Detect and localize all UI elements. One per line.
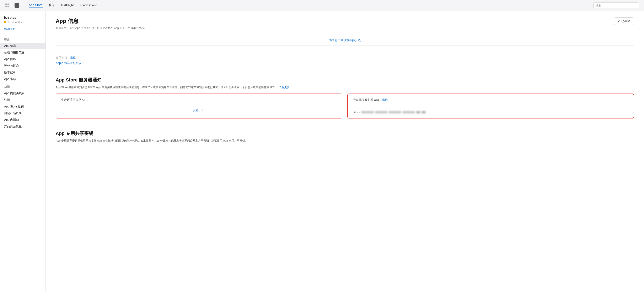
sandbox-url-header: 沙盒环境服务器 URL 编辑 bbox=[353, 98, 629, 102]
blur-block-2 bbox=[375, 111, 388, 114]
svg-rect-3 bbox=[8, 6, 9, 7]
blur-block-sm-2 bbox=[422, 111, 426, 114]
user-dropdown-arrow: ▼ bbox=[20, 4, 22, 7]
production-url-box: 生产环境服务器 URL 设置 URL bbox=[56, 94, 342, 119]
svg-rect-1 bbox=[8, 4, 9, 5]
sidebar-app-title: iOS App bbox=[0, 16, 46, 20]
license-section: 许可协议 编辑 Apple 标准许可协议 bbox=[56, 56, 634, 65]
layout: iOS App 1.0 准备提交 添加平台 综合 App 信息 价格与销售范围 … bbox=[0, 11, 644, 291]
shared-secret-title: App 专用共享密钥 bbox=[56, 130, 634, 137]
logo-area bbox=[5, 3, 10, 8]
set-url-link[interactable]: 设置 URL bbox=[61, 107, 337, 114]
nav-testflight[interactable]: TestFlight bbox=[60, 3, 74, 7]
nav-xcode-cloud[interactable]: Xcode Cloud bbox=[80, 3, 98, 7]
sidebar-item-iap[interactable]: App 内购买项目 bbox=[0, 90, 46, 97]
user-area[interactable]: ▼ bbox=[14, 3, 22, 8]
shared-secret-desc: App 专用共享密钥是仅用于接收此 App 自动续期订阅收据的唯一代码。如果你要… bbox=[56, 139, 634, 143]
server-notifications-title: App Store 服务器通知 bbox=[56, 77, 634, 83]
production-url-label: 生产环境服务器 URL bbox=[61, 98, 88, 102]
main-content: App 信息 ✓ 已存储 此信息用于这个 App 的所有平台。任何更改将在 Ap… bbox=[46, 11, 644, 291]
sidebar-item-version-history[interactable]: 版本记录 bbox=[0, 69, 46, 76]
svg-rect-0 bbox=[6, 4, 7, 5]
page-header: App 信息 ✓ 已存储 bbox=[56, 18, 634, 25]
top-nav: ▼ App Store 服务 TestFlight Xcode Cloud bbox=[0, 0, 644, 11]
shared-secret-section: App 专用共享密钥 App 专用共享密钥是仅用于接收此 App 自动续期订阅收… bbox=[56, 130, 634, 143]
license-value-link[interactable]: Apple 标准许可协议 bbox=[56, 61, 82, 65]
nav-links: App Store 服务 TestFlight Xcode Cloud bbox=[29, 3, 588, 8]
blur-block-1 bbox=[361, 111, 374, 114]
sidebar-item-in-app-events[interactable]: App 内活动 bbox=[0, 117, 46, 123]
sandbox-url-box: 沙盒环境服务器 URL 编辑 https:/ bbox=[347, 94, 634, 119]
sidebar-item-pricing[interactable]: 价格与销售范围 bbox=[0, 49, 46, 56]
sandbox-url-label: 沙盒环境服务器 URL bbox=[353, 98, 380, 102]
sidebar-section-综合: 综合 bbox=[0, 35, 46, 43]
sidebar-item-privacy[interactable]: App 隐私 bbox=[0, 56, 46, 63]
sandbox-url-edit-link[interactable]: 编辑 bbox=[382, 98, 388, 102]
nav-app-store[interactable]: App Store bbox=[29, 3, 42, 8]
sidebar-item-app-store-promotions[interactable]: App Store 促销 bbox=[0, 103, 46, 110]
sidebar-item-app-info[interactable]: App 信息 bbox=[0, 43, 46, 49]
server-notifications-desc: App Store 服务器通知会提供有关 App 内购买项目相关重要活动的信息。… bbox=[56, 85, 634, 89]
nav-services[interactable]: 服务 bbox=[48, 3, 55, 8]
sandbox-url-value: https:/ bbox=[353, 111, 629, 114]
sidebar-item-subscriptions[interactable]: 订阅 bbox=[0, 97, 46, 103]
license-row: 许可协议 编辑 bbox=[56, 56, 634, 60]
page-title: App 信息 bbox=[56, 18, 78, 25]
svg-rect-2 bbox=[6, 6, 7, 7]
blur-block-4 bbox=[402, 111, 415, 114]
license-label: 许可协议 bbox=[56, 56, 67, 60]
sidebar-add-platform[interactable]: 添加平台 bbox=[0, 27, 46, 35]
page-subtitle: 此信息用于这个 App 的所有平台。任何更改将在 App 的下一个版本中发布。 bbox=[56, 26, 634, 30]
nav-search-area bbox=[593, 3, 639, 8]
age-rating-link[interactable]: 为所有平台设置年龄分级 bbox=[329, 39, 361, 42]
saved-button[interactable]: ✓ 已存储 bbox=[614, 18, 634, 25]
search-input[interactable] bbox=[593, 3, 639, 8]
sidebar-item-ratings[interactable]: 评分与评论 bbox=[0, 63, 46, 69]
sidebar-app-version: 1.0 准备提交 bbox=[0, 20, 46, 27]
url-boxes: 生产环境服务器 URL 设置 URL 沙盒环境服务器 URL 编辑 https:… bbox=[56, 94, 634, 119]
version-dot bbox=[4, 21, 6, 23]
sidebar-item-app-review[interactable]: App 审核 bbox=[0, 76, 46, 83]
blur-block-sm-1 bbox=[416, 111, 420, 114]
checkmark-icon: ✓ bbox=[618, 20, 620, 23]
sidebar-section-功能: 功能 bbox=[0, 83, 46, 90]
production-url-header: 生产环境服务器 URL bbox=[61, 98, 337, 102]
divider-1 bbox=[56, 51, 634, 51]
divider-3 bbox=[56, 125, 634, 125]
grid-icon bbox=[5, 3, 10, 8]
blur-block-3 bbox=[389, 111, 401, 114]
server-notifications-section: App Store 服务器通知 App Store 服务器通知会提供有关 App… bbox=[56, 77, 634, 119]
age-rating-container: 为所有平台设置年龄分级 bbox=[56, 35, 634, 46]
learn-more-link[interactable]: 了解更多 bbox=[279, 86, 290, 89]
user-avatar bbox=[14, 3, 19, 8]
sidebar-item-product-page-opt[interactable]: 产品页面优化 bbox=[0, 123, 46, 130]
license-edit-link[interactable]: 编辑 bbox=[70, 56, 76, 60]
sidebar-item-custom-product-pages[interactable]: 自定产品页面 bbox=[0, 110, 46, 117]
sidebar: iOS App 1.0 准备提交 添加平台 综合 App 信息 价格与销售范围 … bbox=[0, 11, 46, 291]
